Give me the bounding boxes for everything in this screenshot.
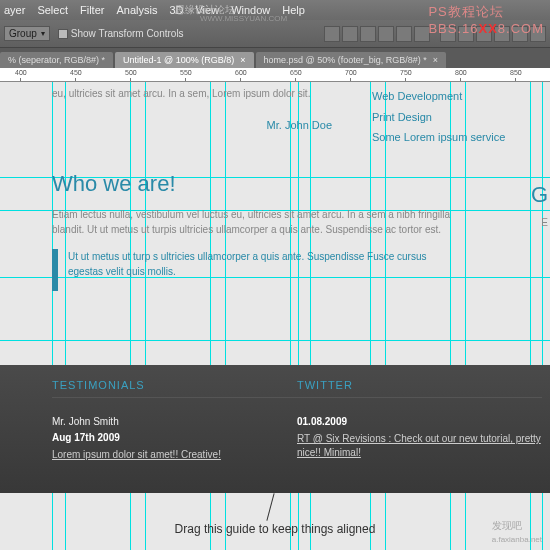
checkbox-icon	[58, 29, 68, 39]
tweet-date: 01.08.2009	[297, 416, 542, 427]
annotation-line-icon	[266, 493, 274, 520]
testimonials-title: TESTIMONIALS	[52, 379, 297, 398]
menu-analysis[interactable]: Analysis	[116, 4, 157, 16]
twitter-column: TWITTER 01.08.2009 RT @ Six Revisions : …	[297, 379, 542, 493]
author-name: Mr. John Doe	[52, 119, 332, 131]
twitter-title: TWITTER	[297, 379, 542, 398]
tab-seperator[interactable]: % (seperator, RGB/8#) *	[0, 52, 113, 68]
document-tabs: % (seperator, RGB/8#) * Untitled-1 @ 100…	[0, 48, 550, 68]
service-link[interactable]: Some Lorem ipsum service	[372, 128, 505, 147]
show-transform-checkbox[interactable]: Show Transform Controls	[58, 28, 184, 39]
who-body: Etiam lectus nulla, vestibulum vel luctu…	[52, 207, 462, 237]
cutoff-heading: G	[531, 182, 548, 208]
align-button[interactable]	[396, 26, 412, 42]
show-transform-label: Show Transform Controls	[71, 28, 184, 39]
watermark-bottom: 发现吧a.faxianba.net	[492, 519, 542, 544]
tab-untitled[interactable]: Untitled-1 @ 100% (RGB/8)×	[115, 52, 253, 68]
group-dropdown[interactable]: Group	[4, 26, 50, 41]
quote-text: Ut ut metus ut turp s ultricies ullamcor…	[68, 249, 462, 279]
service-link[interactable]: Web Development	[372, 87, 505, 106]
menu-layer[interactable]: ayer	[4, 4, 25, 16]
align-button[interactable]	[360, 26, 376, 42]
who-section: Who we are! Etiam lectus nulla, vestibul…	[52, 171, 550, 291]
horizontal-ruler[interactable]: 400 450 500 550 600 650 700 750 800 850	[0, 68, 550, 82]
intro-text: eu, ultricies sit amet arcu. In a sem, L…	[52, 87, 332, 101]
align-button[interactable]	[378, 26, 394, 42]
blockquote: Ut ut metus ut turp s ultricies ullamcor…	[52, 249, 462, 291]
watermark-top-right: PS教程论坛BBS.16XX8.COM	[428, 3, 544, 36]
service-link[interactable]: Print Design	[372, 108, 505, 127]
page-footer: TESTIMONIALS Mr. John Smith Aug 17th 200…	[0, 365, 550, 493]
align-button[interactable]	[324, 26, 340, 42]
menu-filter[interactable]: Filter	[80, 4, 104, 16]
testimonials-column: TESTIMONIALS Mr. John Smith Aug 17th 200…	[52, 379, 297, 493]
watermark-url: WWW.MISSYUAN.COM	[200, 14, 287, 23]
quote-bar-icon	[52, 249, 58, 291]
testimonial-body: Lorem ipsum dolor sit amet!! Creative!	[52, 448, 297, 462]
annotation-text: Drag this guide to keep things aligned	[0, 522, 550, 536]
testimonial-date: Aug 17th 2009	[52, 432, 297, 443]
tab-home-psd[interactable]: home.psd @ 50% (footer_big, RGB/8#) *×	[256, 52, 446, 68]
cutoff-text: E	[541, 217, 548, 228]
testimonial-name: Mr. John Smith	[52, 416, 297, 427]
align-button[interactable]	[342, 26, 358, 42]
page-content: eu, ultricies sit amet arcu. In a sem, L…	[52, 82, 550, 291]
who-heading: Who we are!	[52, 171, 550, 197]
document-canvas[interactable]: eu, ultricies sit amet arcu. In a sem, L…	[0, 82, 550, 550]
services-list: Web Development Print Design Some Lorem …	[372, 87, 505, 149]
guide-horizontal[interactable]	[0, 340, 550, 341]
tweet-body: RT @ Six Revisions : Check out our new t…	[297, 432, 542, 460]
menu-select[interactable]: Select	[37, 4, 68, 16]
close-icon[interactable]: ×	[240, 55, 245, 65]
close-icon[interactable]: ×	[433, 55, 438, 65]
